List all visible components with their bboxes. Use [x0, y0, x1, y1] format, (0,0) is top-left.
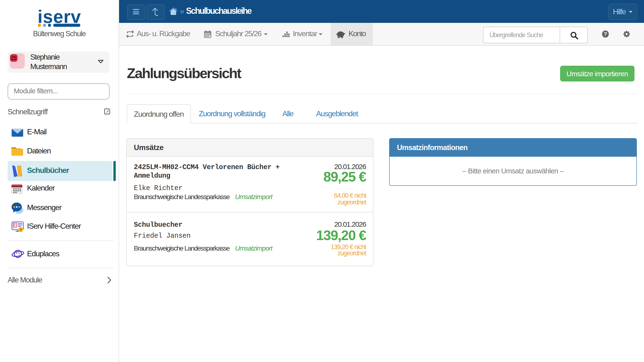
svg-text:?: ?	[19, 228, 22, 232]
